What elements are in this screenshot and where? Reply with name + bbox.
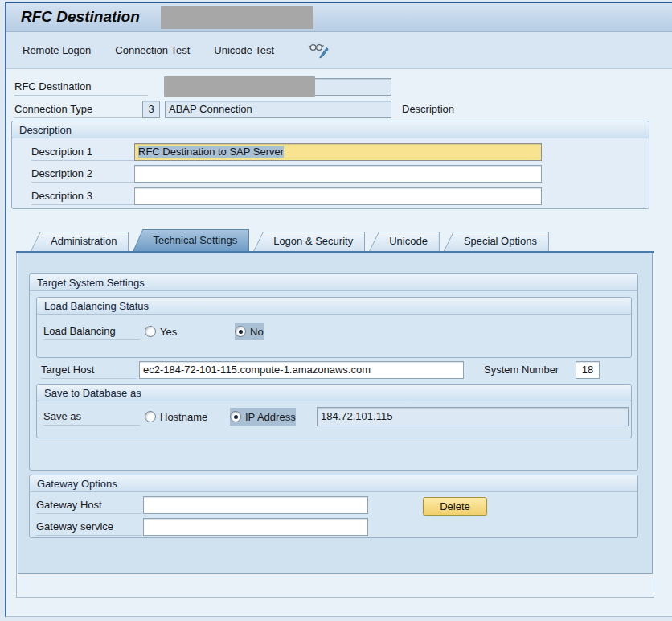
radio-icon [145,326,156,337]
tab-strip: Administration Technical Settings Logon … [31,232,553,251]
radio-icon [145,411,156,422]
description-3-input[interactable] [134,187,542,205]
description-group: Description Description 1 RFC Destinatio… [11,121,649,209]
save-as-hostname-radio[interactable]: Hostname [145,408,207,426]
connection-type-label: Connection Type [14,101,142,118]
title-bar: RFC Destination [6,3,672,32]
description-1-label: Description 1 [31,143,134,161]
save-as-ip-address-radio[interactable]: IP Address [230,408,296,426]
target-system-settings-title: Target System Settings [30,274,637,291]
tab-administration[interactable]: Administration [31,232,129,251]
save-to-database-title: Save to Database as [37,385,631,401]
load-balancing-status-group: Load Balancing Status Load Balancing Yes… [36,297,632,358]
gateway-service-input[interactable] [143,518,368,536]
screen-body: RFC Destination Connection Type 3 ABAP C… [6,69,672,616]
description-side-label: Description [402,101,454,118]
remote-logon-button[interactable]: Remote Logon [23,44,91,56]
description-row: Description 2 [12,163,649,186]
technical-settings-panel: Target System Settings Load Balancing St… [18,253,653,574]
focus-corner-icon [134,158,137,161]
focus-corner-icon [134,143,137,146]
description-row: Description 3 [12,186,649,208]
connection-type-text-field: ABAP Connection [165,101,391,118]
description-2-label: Description 2 [31,165,134,183]
ip-address-field: 184.72.101.115 [317,407,629,426]
tab-unicode[interactable]: Unicode [369,232,440,251]
description-2-input[interactable] [134,165,542,183]
connection-test-button[interactable]: Connection Test [115,44,190,56]
system-number-label: System Number [484,361,559,379]
connection-type-value-field: 3 [142,101,160,118]
description-1-input[interactable]: RFC Destination to SAP Server [134,143,542,161]
target-system-settings-group: Target System Settings Load Balancing St… [29,273,638,471]
rfc-destination-window: RFC Destination Remote Logon Connection … [5,2,672,617]
gateway-options-group: Gateway Options Gateway Host Delete Gate… [29,475,638,538]
focus-corner-icon [539,143,542,146]
rfc-destination-label: RFC Destination [14,78,148,96]
tab-logon-security[interactable]: Logon & Security [253,232,365,251]
focus-corner-icon [539,158,542,161]
description-row: Description 1 RFC Destination to SAP Ser… [12,141,649,163]
load-balancing-label: Load Balancing [43,323,140,340]
load-balancing-no-radio[interactable]: No [235,323,264,340]
radio-icon [235,326,246,337]
tab-special-options[interactable]: Special Options [444,232,549,251]
save-as-label: Save as [43,408,140,426]
save-to-database-group: Save to Database as Save as Hostname IP … [36,384,632,438]
gateway-host-label: Gateway Host [36,496,142,514]
selected-text: RFC Destination to SAP Server [138,146,284,158]
delete-button[interactable]: Delete [423,497,487,516]
page-title: RFC Destination [21,8,140,26]
description-3-label: Description 3 [31,187,134,205]
tab-technical-settings[interactable]: Technical Settings [133,229,249,251]
tab-control-frame: Target System Settings Load Balancing St… [16,253,654,598]
display-change-icon[interactable] [308,43,329,59]
load-balancing-status-title: Load Balancing Status [37,298,631,315]
gateway-host-input[interactable] [143,496,368,514]
gateway-options-title: Gateway Options [30,475,637,492]
target-host-input[interactable]: ec2-184-72-101-115.compute-1.amazonaws.c… [139,361,464,379]
radio-icon [230,411,241,422]
system-number-input[interactable]: 18 [576,361,600,379]
gateway-service-label: Gateway service [36,518,142,536]
application-toolbar: Remote Logon Connection Test Unicode Tes… [6,32,672,69]
unicode-test-button[interactable]: Unicode Test [214,44,274,56]
target-host-label: Target Host [41,361,136,379]
redacted-destination-name [161,6,313,29]
description-group-title: Description [12,121,649,138]
load-balancing-yes-radio[interactable]: Yes [145,323,177,340]
redacted-destination-value [164,76,315,97]
